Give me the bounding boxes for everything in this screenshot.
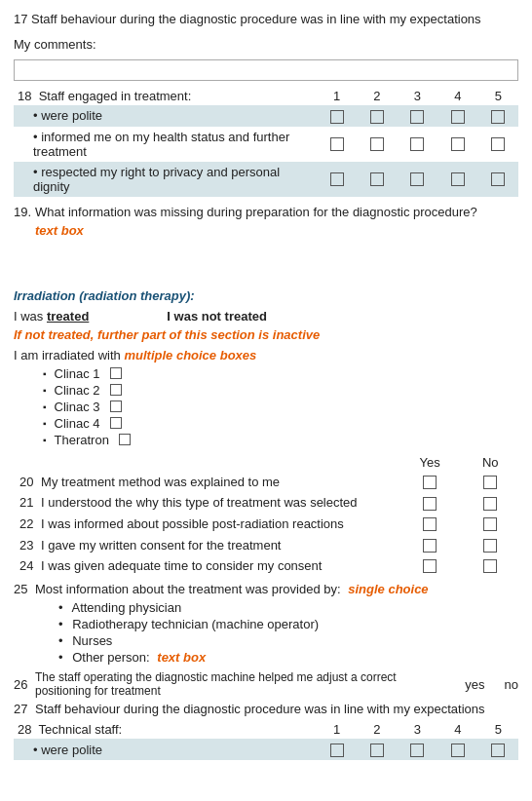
not-treated-label: I was not treated — [167, 309, 267, 324]
q18-row2-r2[interactable] — [357, 127, 397, 162]
option-clinac2: Clinac 2 — [55, 383, 100, 398]
q24-no[interactable] — [462, 555, 518, 577]
q18-row1-label: • were polite — [14, 105, 317, 127]
q26-yes-label: yes — [465, 677, 484, 692]
list-item[interactable]: Clinac 3 — [43, 400, 518, 414]
list-item[interactable]: Other person: text box — [58, 650, 518, 665]
q18-row2-r1[interactable] — [317, 127, 357, 162]
q28-number: 28 — [18, 722, 35, 737]
clinac1-checkbox[interactable] — [110, 367, 122, 379]
q18-row3-r1[interactable] — [317, 162, 357, 197]
q26-yes[interactable]: yes — [465, 677, 484, 692]
q28-row1-r3[interactable] — [398, 739, 437, 760]
q18-row3-r3[interactable] — [398, 162, 437, 197]
q28-row1-r2[interactable] — [357, 739, 397, 760]
list-item[interactable]: Clinac 2 — [43, 383, 518, 398]
q26-text: The staff operating the diagnostic machi… — [35, 670, 440, 698]
q28-row1-r1[interactable] — [317, 739, 357, 760]
q26-yn: yes no — [440, 677, 518, 692]
inactive-note-text: If not treated, further part of this sec… — [14, 327, 320, 342]
theratron-checkbox[interactable] — [119, 434, 131, 445]
table-row: • respected my right to privacy and pers… — [14, 162, 518, 197]
q25-type-label: single choice — [348, 582, 428, 596]
was-not-treated[interactable]: I was not treated — [167, 309, 267, 324]
q18-row3-label: • respected my right to privacy and pers… — [14, 162, 317, 197]
q18-row3-r5[interactable] — [478, 162, 518, 197]
q26-no[interactable]: no — [505, 677, 518, 692]
yes-col-header: Yes — [398, 453, 463, 472]
list-item[interactable]: Clinac 1 — [43, 366, 518, 381]
q20-yes[interactable] — [398, 472, 463, 493]
q24-label: 24 I was given adequate time to consider… — [14, 555, 398, 577]
q18-row2-r4[interactable] — [437, 127, 477, 162]
q21-yes[interactable] — [398, 492, 463, 514]
q28-col-3: 3 — [398, 720, 437, 739]
treated-prefix: I was — [14, 309, 47, 324]
q28-row1-r5[interactable] — [478, 739, 518, 760]
inactive-note: If not treated, further part of this sec… — [14, 327, 518, 342]
treated-label: treated — [47, 309, 89, 324]
irradiation-header: Irradiation (radiation therapy): — [14, 288, 518, 303]
list-item[interactable]: Clinac 4 — [43, 416, 518, 431]
q21-no[interactable] — [462, 492, 518, 514]
table-row: 21 I understood the why this type of tre… — [14, 492, 518, 514]
q19-number: 19. — [14, 205, 35, 219]
q18-row1-r3[interactable] — [398, 105, 437, 127]
col-3: 3 — [398, 87, 437, 105]
q22-no[interactable] — [462, 514, 518, 535]
q18-row1-r2[interactable] — [357, 105, 397, 127]
q24-yes[interactable] — [398, 555, 463, 577]
comments-section: My comments: — [14, 35, 518, 55]
q18-row2-r3[interactable] — [398, 127, 437, 162]
q28-row1-label: • were polite — [14, 739, 317, 760]
list-item[interactable]: Attending physician — [58, 600, 518, 615]
table-row: 24 I was given adequate time to consider… — [14, 555, 518, 577]
list-item[interactable]: Radiotherapy technician (machine operato… — [58, 617, 518, 631]
q19-text: What information was missing during prep… — [35, 205, 518, 219]
table-row: • were polite — [14, 105, 518, 127]
q25-options: Attending physician Radiotherapy technic… — [35, 600, 518, 665]
q19-input-area: text box — [35, 223, 518, 238]
q22-yes[interactable] — [398, 514, 463, 535]
clinac3-checkbox[interactable] — [110, 400, 122, 412]
table-row: 20 My treatment method was explained to … — [14, 472, 518, 493]
q26-text-content: The staff operating the diagnostic machi… — [35, 670, 397, 698]
comments-input[interactable] — [14, 59, 518, 81]
q18-row2-r5[interactable] — [478, 127, 518, 162]
q17-text: 17 Staff behaviour during the diagnostic… — [14, 10, 518, 29]
q18-row1-r5[interactable] — [478, 105, 518, 127]
q18-row1-r1[interactable] — [317, 105, 357, 127]
q28-label: Technical staff: — [38, 722, 122, 737]
col-5: 5 — [478, 87, 518, 105]
q26-row: 26 The staff operating the diagnostic ma… — [14, 670, 518, 698]
q28-row1-r4[interactable] — [437, 739, 477, 760]
q18-row1-r4[interactable] — [437, 105, 477, 127]
q23-no[interactable] — [462, 534, 518, 555]
q27-row: 27 Staff behaviour during the diagnostic… — [14, 702, 518, 716]
q28-col-1: 1 — [317, 720, 357, 739]
option-theratron: Theratron — [55, 433, 109, 447]
q23-label: 23 I gave my written consent for the tre… — [14, 534, 398, 555]
q19-row: 19. What information was missing during … — [14, 205, 518, 219]
q18-row3-r4[interactable] — [437, 162, 477, 197]
q25-opt1: Attending physician — [71, 600, 181, 615]
table-row: • were polite — [14, 739, 518, 760]
q26-number: 26 — [14, 677, 35, 692]
clinac2-checkbox[interactable] — [110, 384, 122, 396]
q25-prefix: Most information about the treatment was… — [35, 582, 341, 596]
q22-label: 22 I was informed about possible post-ra… — [14, 514, 398, 535]
table-row: • informed me on my health status and fu… — [14, 127, 518, 162]
list-item[interactable]: Nurses — [58, 633, 518, 648]
was-treated[interactable]: I was treated — [14, 309, 89, 324]
q21-label: 21 I understood the why this type of tre… — [14, 492, 398, 514]
q23-yes[interactable] — [398, 534, 463, 555]
q20-no[interactable] — [462, 472, 518, 493]
q19-textbox-label[interactable]: text box — [35, 223, 84, 238]
q19-spacer — [14, 242, 518, 281]
list-item[interactable]: Theratron — [43, 433, 518, 447]
table-row: 23 I gave my written consent for the tre… — [14, 534, 518, 555]
q25-other-textbox[interactable]: text box — [157, 650, 206, 665]
clinac4-checkbox[interactable] — [110, 417, 122, 429]
option-clinac1: Clinac 1 — [55, 366, 100, 381]
q18-row3-r2[interactable] — [357, 162, 397, 197]
